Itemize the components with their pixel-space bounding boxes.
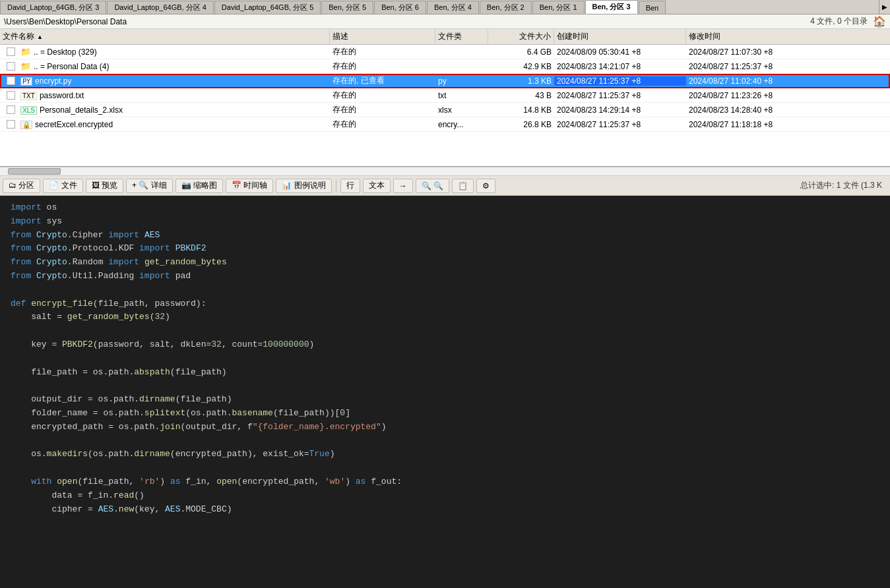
breadcrumb-bar: \Users\Ben\Desktop\Personal Data 4 文件, 0… <box>0 15 890 29</box>
tab-ben-6[interactable]: Ben, 分区 6 <box>374 1 426 14</box>
btn-partition[interactable]: 🗂 分区 <box>3 179 40 193</box>
file-checkbox[interactable] <box>7 76 15 85</box>
btn-arrow[interactable]: → <box>393 179 413 193</box>
btn-file[interactable]: 📄 文件 <box>43 179 82 193</box>
file-desc: 存在的, 已查看 <box>330 75 435 86</box>
file-checkbox[interactable] <box>7 105 15 114</box>
file-name-text: password.txt <box>40 91 84 100</box>
file-icon: TXT <box>20 91 37 100</box>
file-name-text: .. = Desktop (329) <box>34 47 97 57</box>
tab-ben-2[interactable]: Ben, 分区 2 <box>480 1 532 14</box>
file-desc: 存在的 <box>330 119 435 130</box>
tab-ben-4[interactable]: Ben, 分区 4 <box>427 1 479 14</box>
hscroll-bar[interactable] <box>0 167 890 176</box>
col-header-desc[interactable]: 描述 <box>330 29 435 44</box>
file-desc: 存在的 <box>330 104 435 115</box>
file-checkbox[interactable] <box>7 120 15 129</box>
file-created: 2024/08/27 11:25:37 +8 <box>554 91 686 100</box>
file-modified: 2024/08/27 11:02:40 +8 <box>686 76 818 86</box>
file-icon: PY <box>20 76 32 86</box>
file-size: 14.8 KB <box>488 105 554 115</box>
file-type: encry... <box>435 120 488 129</box>
file-size: 43 B <box>488 91 554 100</box>
file-count: 4 文件, 0 个目录 <box>810 16 873 27</box>
file-size: 6.4 GB <box>488 47 554 57</box>
toolbar-status: 总计选中: 1 文件 (1.3 K <box>800 180 887 191</box>
file-modified: 2024/08/27 11:07:30 +8 <box>686 47 818 57</box>
file-size: 26.8 KB <box>488 120 554 129</box>
file-checkbox[interactable] <box>7 62 15 71</box>
col-header-type[interactable]: 文件类 <box>435 29 488 44</box>
file-size: 42.9 KB <box>488 62 554 71</box>
file-desc: 存在的 <box>330 46 435 57</box>
file-modified: 2024/08/23 14:28:40 +8 <box>686 105 818 115</box>
file-desc: 存在的 <box>330 90 435 101</box>
file-icon: XLS <box>20 105 37 115</box>
btn-row[interactable]: 行 <box>340 179 360 193</box>
file-size: 1.3 KB <box>488 76 554 86</box>
file-name-text: Personal_details_2.xlsx <box>40 105 123 115</box>
toolbar: 🗂 分区📄 文件🖼 预览+ 🔍 详细📷 缩略图📅 时间轴📊 图例说明行文本→🔍 … <box>0 176 890 196</box>
col-header-size[interactable]: 文件大小 <box>488 29 554 44</box>
file-created: 2024/08/23 14:29:14 +8 <box>554 105 686 115</box>
file-modified: 2024/08/27 11:25:37 +8 <box>686 62 818 71</box>
file-icon: 📁 <box>20 61 31 71</box>
file-modified: 2024/08/27 11:18:18 +8 <box>686 120 818 129</box>
file-type: txt <box>435 91 488 100</box>
file-list-header: 文件名称 ▲ 描述 文件类 文件大小 创建时间 修改时间 <box>0 29 890 45</box>
file-row[interactable]: PYencrypt.py存在的, 已查看py1.3 KB2024/08/27 1… <box>0 74 890 88</box>
file-row[interactable]: TXTpassword.txt存在的txt43 B2024/08/27 11:2… <box>0 88 890 103</box>
tab-david-3[interactable]: David_Laptop_64GB, 分区 3 <box>0 1 106 14</box>
file-row[interactable]: 🔒secretExcel.encrypted存在的encry...26.8 KB… <box>0 117 890 132</box>
home-icon[interactable]: 🏠 <box>873 15 886 28</box>
file-created: 2024/08/27 11:25:37 +8 <box>554 120 686 129</box>
file-row[interactable]: XLSPersonal_details_2.xlsx存在的xlsx14.8 KB… <box>0 103 890 117</box>
file-modified: 2024/08/27 11:23:26 +8 <box>686 91 818 100</box>
hscroll-thumb[interactable] <box>8 168 61 175</box>
file-created: 2024/08/27 11:25:37 +8 <box>554 76 686 86</box>
tab-ben[interactable]: Ben <box>639 1 666 14</box>
sort-arrow-name: ▲ <box>37 34 43 40</box>
code-content: import os import sys from Crypto.Cipher … <box>11 201 879 516</box>
file-checkbox[interactable] <box>7 91 15 100</box>
file-name-text: .. = Personal Data (4) <box>34 62 109 71</box>
btn-detail[interactable]: + 🔍 详细 <box>126 179 173 193</box>
file-desc: 存在的 <box>330 61 435 72</box>
file-name-cell: 📁.. = Desktop (329) <box>0 47 330 57</box>
tab-bar: David_Laptop_64GB, 分区 3 David_Laptop_64G… <box>0 0 890 15</box>
tab-scroll-right[interactable]: ▶ <box>879 0 890 14</box>
tab-david-5[interactable]: David_Laptop_64GB, 分区 5 <box>214 1 321 14</box>
file-name-text: secretExcel.encrypted <box>35 120 113 129</box>
tab-ben-3[interactable]: Ben, 分区 3 <box>585 0 638 14</box>
file-name-cell: 🔒secretExcel.encrypted <box>0 120 330 129</box>
col-header-created[interactable]: 创建时间 <box>554 29 686 44</box>
btn-clip[interactable]: 📋 <box>452 179 474 193</box>
btn-thumbnail[interactable]: 📷 缩略图 <box>175 179 223 193</box>
btn-timeline[interactable]: 📅 时间轴 <box>226 179 273 193</box>
file-icon: 📁 <box>20 47 31 57</box>
file-name-text: encrypt.py <box>35 76 71 86</box>
col-header-modified[interactable]: 修改时间 <box>686 29 818 44</box>
file-icon: 🔒 <box>20 120 32 129</box>
btn-text[interactable]: 文本 <box>363 179 391 193</box>
file-name-cell: XLSPersonal_details_2.xlsx <box>0 105 330 115</box>
col-header-name[interactable]: 文件名称 ▲ <box>0 29 330 44</box>
file-created: 2024/08/23 14:21:07 +8 <box>554 62 686 71</box>
file-name-cell: PYencrypt.py <box>0 76 330 86</box>
tab-ben-1[interactable]: Ben, 分区 1 <box>532 1 585 14</box>
btn-search[interactable]: 🔍 🔍 <box>416 179 449 193</box>
toolbar-separator <box>336 179 336 192</box>
tab-david-4[interactable]: David_Laptop_64GB, 分区 4 <box>107 1 213 14</box>
file-created: 2024/08/09 05:30:41 +8 <box>554 47 686 57</box>
btn-legend[interactable]: 📊 图例说明 <box>276 179 331 193</box>
file-list: 📁.. = Desktop (329)存在的6.4 GB2024/08/09 0… <box>0 45 890 167</box>
file-row[interactable]: 📁.. = Personal Data (4)存在的42.9 KB2024/08… <box>0 59 890 74</box>
code-viewer: import os import sys from Crypto.Cipher … <box>0 196 890 588</box>
file-name-cell: TXTpassword.txt <box>0 91 330 100</box>
breadcrumb-path: \Users\Ben\Desktop\Personal Data <box>4 17 127 26</box>
tab-ben-5[interactable]: Ben, 分区 5 <box>321 1 373 14</box>
btn-preview[interactable]: 🖼 预览 <box>86 179 123 193</box>
btn-gear[interactable]: ⚙ <box>476 179 495 193</box>
file-checkbox[interactable] <box>7 47 15 56</box>
file-row[interactable]: 📁.. = Desktop (329)存在的6.4 GB2024/08/09 0… <box>0 45 890 59</box>
